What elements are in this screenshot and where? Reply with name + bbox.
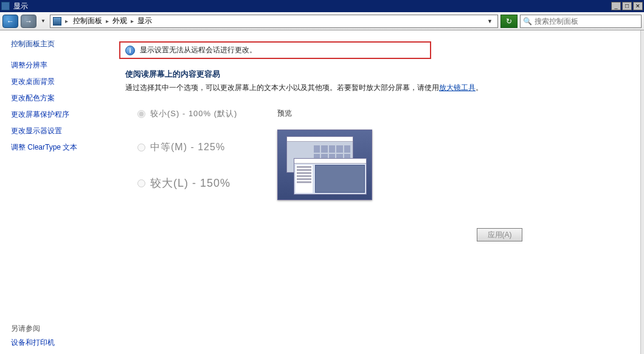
breadcrumb-sep-icon: ▸ xyxy=(105,18,110,24)
radio-large[interactable] xyxy=(137,179,145,187)
title-bar: 显示 _ □ ✕ xyxy=(0,0,644,12)
breadcrumb: 控制面板 ▸ 外观 ▸ 显示 xyxy=(72,15,481,27)
window-title: 显示 xyxy=(12,1,611,12)
breadcrumb-sep-icon: ▸ xyxy=(65,18,68,24)
option-small[interactable]: 较小(S) - 100% (默认) xyxy=(137,108,277,119)
maximize-button[interactable]: □ xyxy=(622,2,632,10)
see-also-heading: 另请参阅 xyxy=(11,324,99,334)
scale-options: 较小(S) - 100% (默认) 中等(M) - 125% 较大(L) - 1… xyxy=(137,108,626,212)
option-small-label: 较小(S) - 100% (默认) xyxy=(150,108,237,119)
see-also-devices[interactable]: 设备和打印机 xyxy=(11,338,99,348)
sidebar-link-desktop-bg[interactable]: 更改桌面背景 xyxy=(11,77,94,87)
search-input[interactable] xyxy=(535,17,639,26)
sidebar-link-resolution[interactable]: 调整分辨率 xyxy=(11,60,94,71)
scrollbar[interactable] xyxy=(640,30,644,354)
magnifier-link[interactable]: 放大镜工具 xyxy=(439,83,476,92)
desc-suffix: 。 xyxy=(476,83,483,92)
nav-forward-button[interactable]: → xyxy=(21,15,36,28)
content-area: i 显示设置无法从远程会话进行更改。 使阅读屏幕上的内容更容易 通过选择其中一个… xyxy=(105,30,640,354)
preview-label: 预览 xyxy=(277,108,372,119)
preview-window-front xyxy=(294,158,367,195)
option-large-label: 较大(L) - 150% xyxy=(150,176,230,190)
address-app-icon xyxy=(53,17,61,26)
refresh-button[interactable]: ↻ xyxy=(500,15,518,28)
window-app-icon xyxy=(1,2,10,10)
main-description: 通过选择其中一个选项，可以更改屏幕上的文本大小以及其他项。若要暂时放大部分屏幕，… xyxy=(125,82,626,94)
address-bar[interactable]: ▸ 控制面板 ▸ 外观 ▸ 显示 ▼ xyxy=(50,15,498,28)
sidebar-link-screensaver[interactable]: 更改屏幕保护程序 xyxy=(11,109,94,120)
main-heading: 使阅读屏幕上的内容更容易 xyxy=(125,69,626,80)
see-also-section: 另请参阅 设备和打印机 xyxy=(11,324,99,354)
body: 控制面板主页 调整分辨率 更改桌面背景 更改配色方案 更改屏幕保护程序 更改显示… xyxy=(0,30,644,354)
sidebar-link-color-scheme[interactable]: 更改配色方案 xyxy=(11,93,94,103)
nav-history-dropdown[interactable]: ▼ xyxy=(39,18,47,24)
preview-image xyxy=(277,130,372,200)
close-button[interactable]: ✕ xyxy=(633,2,643,10)
window-buttons: _ □ ✕ xyxy=(611,2,643,10)
nav-back-button[interactable]: ← xyxy=(2,15,18,28)
options-column: 较小(S) - 100% (默认) 中等(M) - 125% 较大(L) - 1… xyxy=(137,108,277,212)
option-large[interactable]: 较大(L) - 150% xyxy=(137,176,277,190)
search-box[interactable]: 🔍 xyxy=(520,15,642,28)
crumb-control-panel[interactable]: 控制面板 xyxy=(72,15,103,27)
apply-row: 应用(A) xyxy=(107,228,626,241)
crumb-display[interactable]: 显示 xyxy=(136,15,153,27)
forward-arrow-icon: → xyxy=(25,17,32,26)
refresh-icon: ↻ xyxy=(506,17,512,26)
radio-small[interactable] xyxy=(137,110,145,118)
address-dropdown-icon[interactable]: ▼ xyxy=(485,18,495,24)
remote-warning-text: 显示设置无法从远程会话进行更改。 xyxy=(140,45,257,55)
sidebar: 控制面板主页 调整分辨率 更改桌面背景 更改配色方案 更改屏幕保护程序 更改显示… xyxy=(0,30,105,354)
option-medium-label: 中等(M) - 125% xyxy=(150,141,225,154)
navigation-bar: ← → ▼ ▸ 控制面板 ▸ 外观 ▸ 显示 ▼ ↻ 🔍 xyxy=(0,12,644,30)
preview-column: 预览 xyxy=(277,108,372,212)
info-icon: i xyxy=(125,46,135,55)
back-arrow-icon: ← xyxy=(7,17,14,26)
sidebar-link-monitor[interactable]: 更改显示器设置 xyxy=(11,126,94,136)
sidebar-link-cleartype[interactable]: 调整 ClearType 文本 xyxy=(11,142,94,153)
option-medium[interactable]: 中等(M) - 125% xyxy=(137,141,277,154)
crumb-appearance[interactable]: 外观 xyxy=(111,15,128,27)
apply-button[interactable]: 应用(A) xyxy=(477,228,522,241)
minimize-button[interactable]: _ xyxy=(611,2,621,10)
desc-prefix: 通过选择其中一个选项，可以更改屏幕上的文本大小以及其他项。若要暂时放大部分屏幕，… xyxy=(125,83,439,92)
search-icon: 🔍 xyxy=(523,17,532,26)
radio-medium[interactable] xyxy=(137,144,145,151)
remote-warning-box: i 显示设置无法从远程会话进行更改。 xyxy=(119,41,431,59)
sidebar-home[interactable]: 控制面板主页 xyxy=(11,39,94,49)
breadcrumb-sep-icon: ▸ xyxy=(130,18,135,24)
